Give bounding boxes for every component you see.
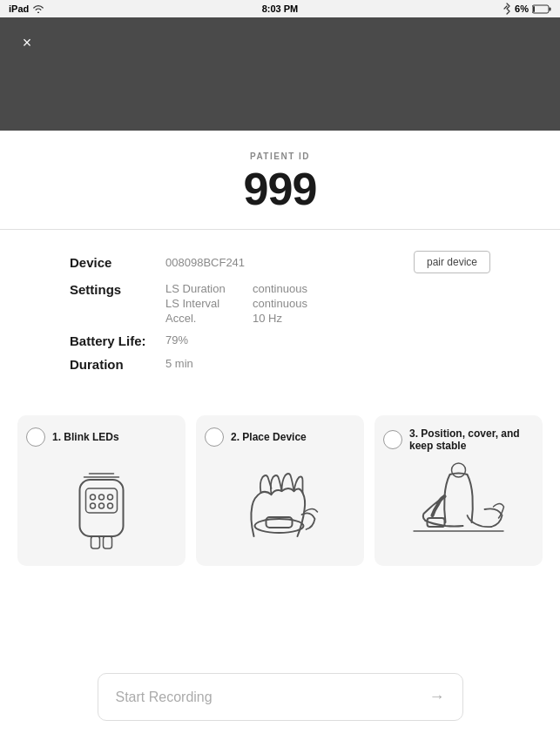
- step-1-card: 1. Blink LEDs: [17, 415, 186, 566]
- duration-label: Duration: [70, 357, 165, 372]
- status-left: iPad: [9, 3, 44, 14]
- device-label: Device: [70, 255, 165, 270]
- battery-row: Battery Life: 79%: [70, 333, 490, 348]
- patient-section: PATIENT ID 999: [0, 131, 560, 230]
- step-2-header: 2. Place Device: [205, 427, 355, 447]
- step-3-card: 3. Position, cover, and keep stable: [374, 415, 543, 566]
- patient-id-label: PATIENT ID: [0, 151, 560, 161]
- blink-leds-svg: [26, 458, 177, 554]
- settings-values: LS Duration continuous LS Interval conti…: [165, 282, 307, 325]
- svg-point-15: [255, 519, 304, 533]
- step-1-radio[interactable]: [26, 427, 45, 447]
- step-3-title: 3. Position, cover, and keep stable: [409, 427, 534, 453]
- ls-interval-val: continuous: [253, 297, 307, 310]
- close-button[interactable]: ×: [14, 30, 40, 56]
- device-row: Device 008098BCF241 pair device: [70, 251, 490, 273]
- step-2-card: 2. Place Device: [196, 415, 364, 566]
- patient-id-value: 999: [0, 166, 560, 212]
- status-bar: iPad 8:03 PM 6%: [0, 0, 560, 17]
- steps-section: 1. Blink LEDs: [0, 401, 560, 580]
- device-id: 008098BCF241: [165, 256, 245, 269]
- step-2-title: 2. Place Device: [231, 431, 307, 443]
- svg-point-9: [99, 503, 105, 508]
- accel-val: 10 Hz: [253, 312, 282, 325]
- bottom-section: Start Recording →: [98, 673, 463, 721]
- start-recording-button[interactable]: Start Recording →: [98, 673, 463, 721]
- battery-life-label: Battery Life:: [70, 333, 165, 348]
- step-3-radio[interactable]: [383, 430, 402, 449]
- bluetooth-icon: [503, 3, 511, 15]
- svg-point-6: [99, 495, 105, 500]
- settings-row: Settings LS Duration continuous LS Inter…: [70, 282, 490, 325]
- ls-duration-key: LS Duration: [165, 282, 235, 295]
- step-3-illustration: [383, 461, 534, 557]
- svg-point-8: [91, 503, 96, 508]
- svg-point-5: [91, 495, 96, 500]
- position-device-svg: [383, 461, 534, 557]
- start-recording-label: Start Recording: [116, 690, 213, 705]
- step-2-illustration: [205, 455, 355, 557]
- svg-rect-4: [86, 488, 118, 513]
- duration-value: 5 min: [165, 357, 193, 370]
- wifi-icon: [32, 4, 44, 13]
- svg-rect-2: [533, 6, 535, 12]
- svg-point-17: [452, 463, 466, 477]
- duration-row: Duration 5 min: [70, 357, 490, 372]
- svg-rect-11: [91, 536, 100, 548]
- carrier-label: iPad: [9, 3, 29, 14]
- settings-label: Settings: [70, 282, 165, 297]
- svg-rect-12: [104, 536, 112, 548]
- header-area: ×: [0, 17, 560, 131]
- step-2-radio[interactable]: [205, 427, 224, 447]
- ls-duration-val: continuous: [253, 282, 307, 295]
- svg-point-7: [108, 495, 113, 500]
- ls-interval-key: LS Interval: [165, 297, 235, 310]
- battery-label: 6%: [515, 3, 529, 14]
- step-1-header: 1. Blink LEDs: [26, 427, 177, 447]
- content-area: PATIENT ID 999 Device 008098BCF241 pair …: [0, 131, 560, 580]
- status-time: 8:03 PM: [262, 3, 299, 14]
- battery-icon: [532, 4, 551, 14]
- settings-row-ls-interval: LS Interval continuous: [165, 297, 307, 310]
- svg-rect-1: [550, 7, 551, 10]
- step-1-title: 1. Blink LEDs: [52, 431, 119, 443]
- settings-row-ls-duration: LS Duration continuous: [165, 282, 307, 295]
- step-1-illustration: [26, 455, 177, 557]
- start-recording-arrow: →: [429, 688, 445, 706]
- place-device-svg: [205, 458, 355, 554]
- battery-life-value: 79%: [165, 333, 188, 347]
- accel-key: Accel.: [165, 312, 235, 325]
- pair-device-button[interactable]: pair device: [414, 251, 490, 273]
- info-section: Device 008098BCF241 pair device Settings…: [0, 230, 560, 401]
- svg-point-10: [108, 503, 113, 508]
- settings-row-accel: Accel. 10 Hz: [165, 312, 307, 325]
- step-3-header: 3. Position, cover, and keep stable: [383, 427, 534, 453]
- status-right: 6%: [503, 3, 551, 15]
